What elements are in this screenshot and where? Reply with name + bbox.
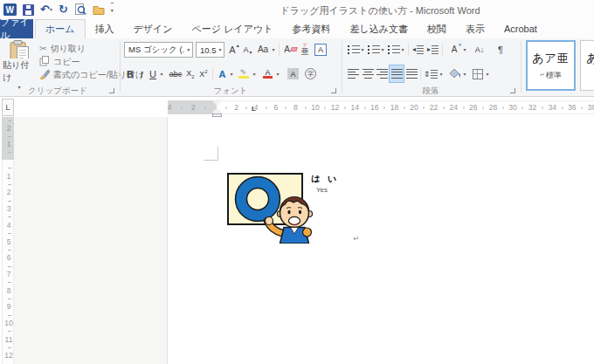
enclose-characters-button[interactable]: A <box>314 41 328 58</box>
font-dialog-launcher[interactable] <box>330 87 337 94</box>
open-folder-button[interactable] <box>93 3 105 17</box>
font-size-combobox[interactable]: 10.5 ▾ <box>196 42 224 58</box>
tab-view[interactable]: 表示 <box>456 19 494 38</box>
h-ruler-number: 2 <box>191 103 196 112</box>
tab-selector[interactable]: L <box>2 99 14 116</box>
sort-button[interactable]: A↓ <box>473 41 487 58</box>
strikethrough-button[interactable]: abc <box>168 65 183 82</box>
superscript-button[interactable]: X2 <box>197 65 210 82</box>
bullets-button[interactable] <box>347 41 360 58</box>
show-hide-marks-button[interactable]: ¶ <box>494 41 507 58</box>
print-preview-button[interactable] <box>74 3 86 17</box>
multilevel-dropdown[interactable]: ▾ <box>399 41 406 58</box>
clipboard-group-label: クリップボード <box>0 86 115 96</box>
h-ruler-tick <box>522 106 523 109</box>
clear-formatting-button[interactable]: A <box>283 41 298 58</box>
text-boundary-corner-mark <box>204 147 218 161</box>
v-ruler-tick <box>8 347 11 348</box>
h-ruler-tick <box>266 106 266 109</box>
copy-button[interactable]: コピー <box>39 55 79 68</box>
style-no-spacing[interactable]: あア亜 ↵行 <box>580 40 594 91</box>
align-left-button[interactable] <box>347 65 360 82</box>
v-ruler-number: 7 <box>7 270 11 278</box>
asian-layout-dropdown[interactable]: ▾ <box>461 41 468 58</box>
document-page[interactable]: は い Yes ↵ <box>168 117 594 364</box>
subscript-button[interactable]: X2 <box>184 65 197 82</box>
asian-layout-button[interactable]: A <box>447 41 461 58</box>
tab-review[interactable]: 校閲 <box>418 19 456 38</box>
enclose-character-button[interactable]: 字 <box>304 65 317 82</box>
tab-insert[interactable]: 挿入 <box>86 19 124 38</box>
v-ruler-number: 11 <box>5 335 13 344</box>
decrease-indent-button[interactable]: ◂ <box>411 41 425 58</box>
highlight-button[interactable]: ✎ <box>237 65 250 82</box>
align-center-button[interactable] <box>362 65 375 82</box>
chevron-down-icon[interactable]: ▾ <box>50 7 52 12</box>
word-logo-icon[interactable]: W <box>3 3 17 17</box>
clipboard-dialog-launcher[interactable] <box>108 87 115 94</box>
tab-file[interactable]: ファイル <box>0 19 33 38</box>
tab-mailings[interactable]: 差し込み文書 <box>340 19 418 38</box>
character-shading-button[interactable]: A <box>287 65 300 82</box>
shading-dropdown[interactable]: ▾ <box>461 65 468 82</box>
h-ruler-tick <box>424 106 425 109</box>
borders-dropdown[interactable]: ▾ <box>484 65 491 82</box>
highlight-dropdown[interactable]: ▾ <box>251 65 258 82</box>
ruby-icon: ア 亜 <box>301 44 309 56</box>
line-spacing-dropdown[interactable]: ▾ <box>438 65 445 82</box>
redo-button[interactable]: ↻ <box>59 3 68 17</box>
h-ruler-number: 6 <box>273 103 278 112</box>
tab-design[interactable]: デザイン <box>124 19 183 38</box>
borders-button[interactable] <box>471 65 484 82</box>
v-ruler-tick <box>8 201 11 202</box>
underline-button[interactable]: U <box>148 65 158 82</box>
line-spacing-button[interactable]: ⇕ <box>424 65 438 82</box>
underline-dropdown[interactable]: ▾ <box>158 65 165 82</box>
chevron-down-icon[interactable]: ▾ <box>219 47 222 52</box>
increase-indent-button[interactable]: ▸ <box>426 41 439 58</box>
title-bar: W ↶▾ ↻ ▾ ドラッグ用イラストの使い方 - Microsoft Word <box>0 0 594 19</box>
phonetic-guide-button[interactable]: ア 亜 <box>299 41 311 58</box>
v-ruler-number: 12 <box>4 351 12 360</box>
chevron-down-icon[interactable]: ▾ <box>187 47 190 52</box>
tab-references[interactable]: 参考資料 <box>282 19 340 38</box>
shading-button[interactable] <box>447 65 461 82</box>
grow-font-button[interactable]: A▲ <box>228 41 241 58</box>
multilevel-list-button[interactable] <box>387 41 400 58</box>
font-color-button[interactable]: A <box>262 65 273 82</box>
font-name-combobox[interactable]: MS ゴシック (. ▾ <box>124 42 193 58</box>
borders-grid-icon <box>473 69 483 79</box>
tab-page-layout[interactable]: ページ レイアウト <box>183 19 283 38</box>
h-ruler-tick <box>204 106 205 109</box>
distribute-button[interactable] <box>405 65 418 82</box>
h-ruler-tick <box>542 106 542 109</box>
customize-qat-button[interactable]: ▾ <box>111 3 114 17</box>
hand <box>266 217 273 225</box>
tab-acrobat[interactable]: Acrobat <box>494 19 547 38</box>
change-case-dropdown[interactable]: ▾ <box>270 41 277 58</box>
font-color-dropdown[interactable]: ▾ <box>274 65 281 82</box>
paste-button[interactable]: 貼り付け ▾ <box>3 40 36 90</box>
shrink-font-button[interactable]: A▼ <box>242 41 254 58</box>
italic-button[interactable]: I <box>137 65 146 82</box>
justify-button[interactable] <box>390 65 404 82</box>
style-normal[interactable]: あア亜 ↵標準 <box>526 40 576 91</box>
left-indent-marker[interactable] <box>212 113 222 117</box>
tab-stop-marker[interactable]: L <box>252 105 256 113</box>
undo-button[interactable]: ↶▾ <box>40 3 52 17</box>
bullets-dropdown[interactable]: ▾ <box>359 41 366 58</box>
tab-home[interactable]: ホーム <box>35 19 86 38</box>
h-ruler-tick <box>344 106 345 109</box>
numbering-button[interactable] <box>367 41 380 58</box>
vertical-ruler: 21123456789101112 <box>2 117 14 364</box>
save-button[interactable] <box>23 3 34 17</box>
cut-button[interactable]: ✂ 切り取り <box>39 42 86 55</box>
text-effects-dropdown[interactable]: ▾ <box>228 65 235 82</box>
h-ruler-number: 20 <box>410 103 418 112</box>
text-effects-button[interactable]: A <box>217 65 228 82</box>
numbering-dropdown[interactable]: ▾ <box>379 41 386 58</box>
align-right-button[interactable] <box>376 65 389 82</box>
change-case-button[interactable]: Aa <box>256 41 270 58</box>
bold-button[interactable]: B <box>125 65 135 82</box>
paragraph-dialog-launcher[interactable] <box>509 87 516 94</box>
